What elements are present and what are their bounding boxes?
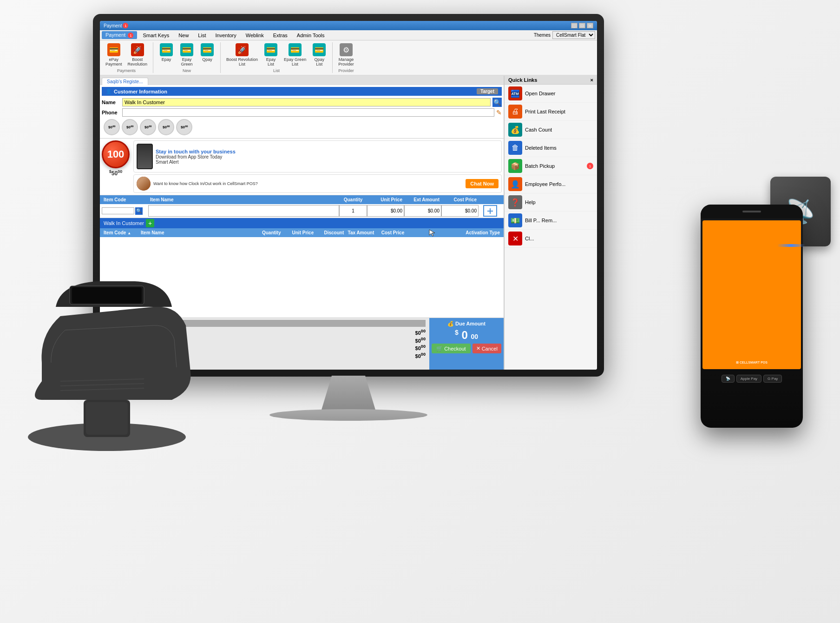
toolbar-buttons-new: 💳 Epay 💳 EpayGreen 💳 Qpay xyxy=(157,42,217,67)
manage-provider-button[interactable]: ⚙ ManageProvider xyxy=(336,42,356,67)
toolbar-buttons-payments: 💳 ePayPayment 🚀 BoostRevolution xyxy=(104,42,149,67)
cellsmart-logo: ⊞ CELLSMART POS xyxy=(736,361,768,365)
maximize-button[interactable]: □ xyxy=(579,23,585,28)
checkout-label: Checkout xyxy=(444,346,466,351)
cancel-label: Cancel xyxy=(482,346,498,351)
employee-perf-label: Employee Perfo... xyxy=(525,181,565,187)
item-code-input[interactable] xyxy=(102,207,134,214)
window-controls: _ □ × xyxy=(571,23,593,28)
action-header xyxy=(479,196,502,203)
epay-green-list-button[interactable]: 💳 Epay GreenList xyxy=(282,42,308,67)
due-amount-panel: 💰 Due Amount $ 0 00 xyxy=(429,318,504,370)
ql-close-icon[interactable]: × xyxy=(591,77,593,83)
item-table-header: Item Code ▲ Item Name Quantity Unit Pric… xyxy=(100,228,504,237)
qpay-list-button[interactable]: 💳 QpayList xyxy=(310,42,328,67)
epay-payment-button[interactable]: 💳 ePayPayment xyxy=(104,42,124,67)
batch-pickup-label: Batch Pickup xyxy=(525,163,555,169)
circle-price: $5000 xyxy=(109,169,122,177)
ql-batch-pickup[interactable]: 📦 Batch Pickup 1 xyxy=(505,157,597,175)
customer-name-row: Name 🔍 xyxy=(102,98,502,107)
menu-inventory[interactable]: Inventory xyxy=(211,32,240,39)
add-item-icon-container xyxy=(479,205,502,217)
ext-amount-input[interactable] xyxy=(404,205,441,217)
customer-name-table-label: Walk In Customer xyxy=(104,220,144,226)
ql-employee-performance[interactable]: 👤 Employee Perfo... xyxy=(505,175,597,193)
minimize-button[interactable]: _ xyxy=(571,23,578,28)
toolbar-group-payments: 💳 ePayPayment 🚀 BoostRevolution Payments xyxy=(104,42,153,73)
promo-phone-image xyxy=(137,144,153,169)
close-button[interactable]: × xyxy=(587,23,593,28)
nfc-pay-button[interactable]: 📡 xyxy=(722,375,735,383)
item-search-button[interactable]: 🔍 xyxy=(135,207,143,215)
ext-amount-header: Ext Amount xyxy=(404,196,441,203)
add-customer-button[interactable]: + xyxy=(146,219,154,227)
cost-price-input[interactable] xyxy=(441,205,479,217)
customer-section: 👤 Customer Information Target Name 🔍 Pho… xyxy=(100,85,504,139)
stay-in-touch-banner: Stay in touch with your business Downloa… xyxy=(133,140,502,172)
th-item-code: Item Code ▲ xyxy=(102,230,139,236)
customer-search-button[interactable]: 🔍 xyxy=(492,98,502,107)
payment-badge: 1 xyxy=(123,23,128,28)
epay-button[interactable]: 💳 Epay xyxy=(157,42,176,67)
boost-revolution-button[interactable]: 🚀 BoostRevolution xyxy=(126,42,150,67)
ql-close-register[interactable]: ✕ Cl... xyxy=(505,230,597,248)
menu-weblink[interactable]: Weblink xyxy=(242,32,268,39)
google-pay-button[interactable]: G Pay xyxy=(763,375,782,383)
ql-bill-payment[interactable]: 💵 Bill P... Rem... xyxy=(505,212,597,230)
discount-circle-1[interactable]: $0⁰⁰ xyxy=(104,119,120,135)
themes-select[interactable]: CellSmart Flat xyxy=(552,31,595,39)
menu-payment[interactable]: Payment 1 xyxy=(102,31,137,40)
menu-list[interactable]: List xyxy=(194,32,210,39)
th-discount: Discount xyxy=(315,230,346,236)
circle-number: 100 xyxy=(107,149,125,159)
add-item-button[interactable] xyxy=(483,205,497,217)
circle-promo: 100 xyxy=(102,140,130,168)
svg-rect-6 xyxy=(72,287,142,303)
mobile-top-bar xyxy=(701,205,803,219)
qpay-list-label: QpayList xyxy=(314,57,324,66)
themes-label: Themes xyxy=(534,33,551,38)
discount-circle-4[interactable]: $0⁰⁰ xyxy=(158,119,174,135)
quantity-input[interactable] xyxy=(339,205,367,217)
cancel-button[interactable]: ✕ Cancel xyxy=(472,344,501,353)
phone-edit-icon[interactable]: ✎ xyxy=(496,109,502,116)
item-name-input[interactable] xyxy=(148,205,339,217)
ql-cash-count[interactable]: 💰 Cash Count xyxy=(505,121,597,139)
customer-phone-input[interactable] xyxy=(122,108,494,117)
epay-green-button[interactable]: 💳 EpayGreen xyxy=(177,42,196,67)
manage-provider-label: ManageProvider xyxy=(338,57,354,66)
discount-circle-2[interactable]: $0⁰⁰ xyxy=(122,119,138,135)
barcode-scanner xyxy=(14,279,223,456)
menu-extras[interactable]: Extras xyxy=(269,32,291,39)
toolbar-buttons-provider: ⚙ ManageProvider xyxy=(336,42,356,67)
ql-open-drawer[interactable]: 🏧 Open Drawer xyxy=(505,85,597,103)
th-item-name: Item Name xyxy=(139,230,257,236)
bill-payment-icon: 💵 xyxy=(508,213,522,227)
customer-name-input[interactable] xyxy=(122,98,491,106)
epay-green-label: EpayGreen xyxy=(181,57,193,66)
qpay-button[interactable]: 💳 Qpay xyxy=(198,42,217,67)
menu-new[interactable]: New xyxy=(175,32,192,39)
chat-now-button[interactable]: Chat Now xyxy=(466,179,499,188)
discount-circle-5[interactable]: $0⁰⁰ xyxy=(176,119,192,135)
chat-banner: Want to know how Clock In/Out work in Ce… xyxy=(133,174,502,193)
boost-revolution-list-button[interactable]: 🚀 Boost RevolutionList xyxy=(224,42,260,67)
ql-print-last-receipt[interactable]: 🖨 Print Last Receipt xyxy=(505,103,597,121)
epay-list-button[interactable]: 💳 EpayList xyxy=(262,42,280,67)
epay-list-icon: 💳 xyxy=(264,43,277,56)
unit-price-input[interactable] xyxy=(367,205,404,217)
discount-circles-row: $0⁰⁰ $0⁰⁰ $0⁰⁰ $0⁰⁰ xyxy=(102,118,502,136)
ql-deleted-items[interactable]: 🗑 Deleted Items xyxy=(505,139,597,157)
item-entry-bar: Item Code Item Name Quantity Unit Price … xyxy=(100,195,504,204)
ql-help[interactable]: ❓ Help xyxy=(505,193,597,212)
checkout-button[interactable]: 🛒 Checkout xyxy=(432,344,470,353)
menu-smart-keys[interactable]: Smart Keys xyxy=(139,32,173,39)
menu-bar: Payment 1 Smart Keys New List Inventory … xyxy=(100,30,597,40)
menu-admin-tools[interactable]: Admin Tools xyxy=(293,32,328,39)
boost-revolution-list-label: Boost RevolutionList xyxy=(226,57,258,66)
quick-links-header: Quick Links × xyxy=(505,76,597,85)
apple-pay-button[interactable]: Apple Pay xyxy=(736,375,761,383)
target-label: Target xyxy=(477,88,498,94)
tab-register[interactable]: Saqib's Registe... xyxy=(102,78,148,85)
discount-circle-3[interactable]: $0⁰⁰ xyxy=(140,119,156,135)
